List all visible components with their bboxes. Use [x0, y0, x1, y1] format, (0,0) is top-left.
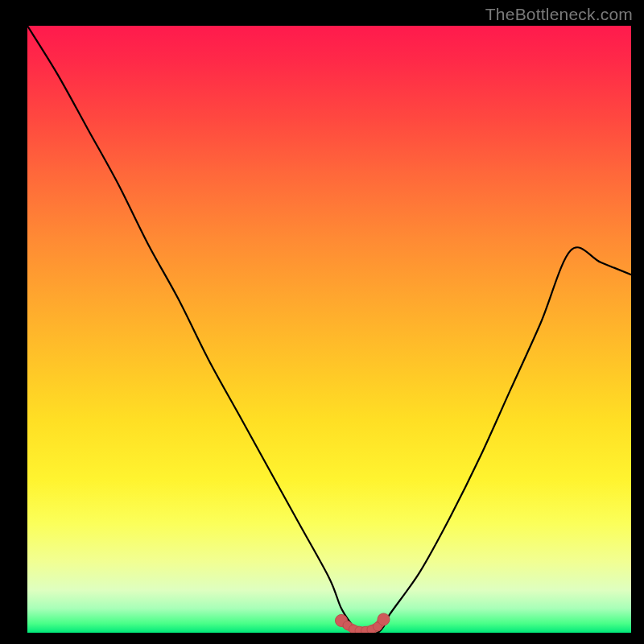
bottleneck-curve-path	[27, 26, 631, 633]
bottleneck-curve-svg	[27, 26, 631, 633]
watermark-text: TheBottleneck.com	[485, 5, 633, 24]
lowest-range-marker	[378, 613, 390, 625]
plot-area	[27, 26, 631, 633]
chart-frame: TheBottleneck.com	[0, 0, 644, 644]
